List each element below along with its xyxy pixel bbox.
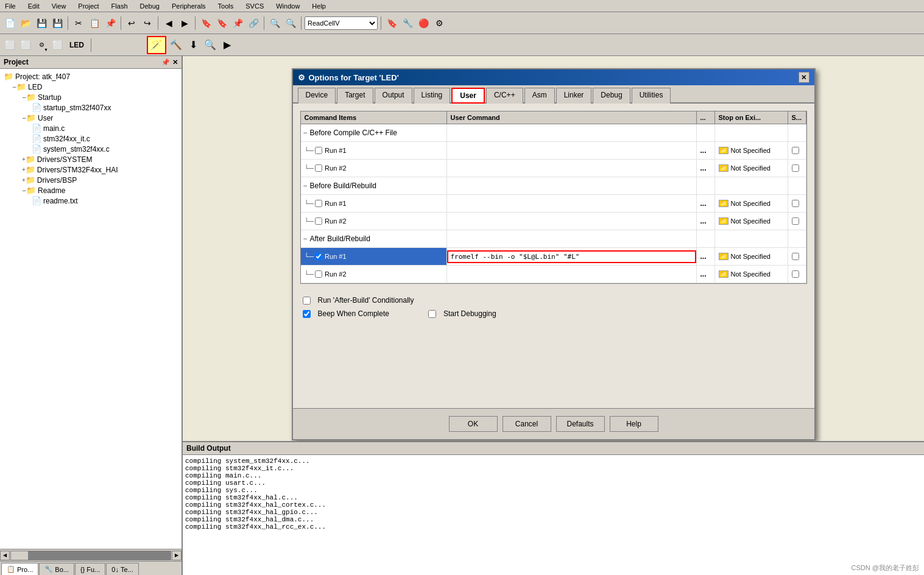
ab-expand-icon[interactable]: − bbox=[303, 235, 308, 243]
tree-led[interactable]: − 📁 LED bbox=[2, 82, 179, 92]
tab-cpp[interactable]: C/C++ bbox=[486, 88, 523, 104]
tree-user[interactable]: − 📁 User bbox=[2, 113, 179, 123]
bc-expand-icon[interactable]: − bbox=[303, 129, 308, 137]
beep-cb[interactable] bbox=[303, 310, 311, 318]
ab-run1-stop-cb[interactable] bbox=[792, 253, 799, 260]
new-btn[interactable]: 📄 bbox=[2, 16, 17, 30]
ab-run1-checkbox[interactable] bbox=[315, 253, 322, 260]
menu-svcs[interactable]: SVCS bbox=[243, 2, 266, 10]
tab-templ[interactable]: 0↓ Te... bbox=[106, 563, 138, 575]
run-conditionally-cb[interactable] bbox=[303, 297, 311, 305]
start-debug-cb[interactable] bbox=[428, 310, 436, 318]
chip2-btn[interactable]: ⬜ bbox=[18, 38, 33, 52]
tab-project[interactable]: 📋 Pro... bbox=[1, 563, 38, 575]
bc-run2-cmd[interactable] bbox=[447, 160, 697, 177]
tree-startup-file[interactable]: 📄 startup_stm32f407xx bbox=[2, 102, 179, 113]
menu-peripherals[interactable]: Peripherals bbox=[169, 2, 208, 10]
close-panel-icon[interactable]: ✕ bbox=[172, 58, 178, 66]
tree-drv-hal[interactable]: + 📁 Drivers/STM32F4xx_HAI bbox=[2, 164, 179, 175]
ab-run1-cmd-cell[interactable] bbox=[447, 248, 697, 265]
tree-stm32-it[interactable]: 📄 stm32f4xx_it.c bbox=[2, 133, 179, 144]
menu-view[interactable]: View bbox=[49, 2, 69, 10]
build-multi-btn[interactable]: 🔧 bbox=[400, 16, 415, 30]
chip3-btn[interactable]: ⚙ ▼ bbox=[34, 38, 49, 52]
scroll-track[interactable] bbox=[10, 551, 171, 560]
ab-run1-cmd-input[interactable] bbox=[447, 250, 696, 263]
run2-btn[interactable]: ▶ bbox=[220, 38, 235, 52]
tree-readme-txt[interactable]: 📄 readme.txt bbox=[2, 196, 179, 206]
tab-target[interactable]: Target bbox=[337, 88, 373, 104]
redo-btn[interactable]: ↪ bbox=[140, 16, 155, 30]
menu-debug[interactable]: Debug bbox=[138, 2, 162, 10]
bookmark-btn[interactable]: 🔖 bbox=[199, 16, 213, 30]
save-btn[interactable]: 💾 bbox=[34, 16, 49, 30]
tab-device[interactable]: Device bbox=[298, 88, 336, 104]
bookmark3-btn[interactable]: 📌 bbox=[230, 16, 245, 30]
scroll-left-btn[interactable]: ◀ bbox=[0, 551, 10, 560]
scroll-thumb[interactable] bbox=[10, 551, 29, 560]
tab-debug[interactable]: Debug bbox=[593, 88, 630, 104]
ab-run2-cmd[interactable] bbox=[447, 266, 697, 283]
help-button[interactable]: Help bbox=[610, 416, 658, 432]
bc-run2-checkbox[interactable] bbox=[315, 164, 322, 172]
settings-btn[interactable]: ⚙ bbox=[432, 16, 446, 30]
tree-drv-bsp[interactable]: + 📁 Drivers/BSP bbox=[2, 175, 179, 185]
search-btn[interactable]: 🔍 bbox=[267, 16, 282, 30]
ab-run2-stop-cb[interactable] bbox=[792, 270, 799, 278]
back-btn[interactable]: ◀ bbox=[161, 16, 176, 30]
menu-file[interactable]: File bbox=[2, 2, 18, 10]
bc-run1-cmd[interactable] bbox=[447, 142, 697, 159]
save-all-btn[interactable]: 💾 bbox=[50, 16, 65, 30]
copy-btn[interactable]: 📋 bbox=[87, 16, 102, 30]
tab-books[interactable]: 🔧 Bo... bbox=[39, 563, 74, 575]
tab-asm[interactable]: Asm bbox=[524, 88, 555, 104]
chip-btn[interactable]: ⬜ bbox=[2, 38, 17, 52]
bb-run1-stop-cb[interactable] bbox=[792, 200, 799, 207]
ab-run1-ellipsis[interactable]: ... bbox=[697, 248, 715, 265]
target-select[interactable]: ReadCellV bbox=[305, 16, 378, 30]
dialog-close-btn[interactable]: ✕ bbox=[799, 72, 809, 83]
bc-run2-stop-cb[interactable] bbox=[792, 164, 799, 172]
cancel-button[interactable]: Cancel bbox=[503, 416, 551, 432]
bb-run1-checkbox[interactable] bbox=[315, 200, 322, 207]
tab-output[interactable]: Output bbox=[375, 88, 412, 104]
menu-tools[interactable]: Tools bbox=[216, 2, 236, 10]
bb-run2-cmd[interactable] bbox=[447, 213, 697, 230]
target-options-btn[interactable]: 🔖 bbox=[384, 16, 399, 30]
bookmark4-btn[interactable]: 🔗 bbox=[246, 16, 261, 30]
bb-run2-ellipsis[interactable]: ... bbox=[697, 213, 715, 230]
tab-listing[interactable]: Listing bbox=[414, 88, 451, 104]
bb-run2-checkbox[interactable] bbox=[315, 217, 322, 225]
ab-run2-ellipsis[interactable]: ... bbox=[697, 266, 715, 283]
bc-run2-ellipsis[interactable]: ... bbox=[697, 160, 715, 177]
bc-run1-stop-cb[interactable] bbox=[792, 147, 799, 154]
tree-system[interactable]: 📄 system_stm32f4xx.c bbox=[2, 144, 179, 154]
pin-icon[interactable]: 📌 bbox=[161, 58, 170, 66]
bc-run1-ellipsis[interactable]: ... bbox=[697, 142, 715, 159]
bb-run2-stop-cb[interactable] bbox=[792, 217, 799, 225]
tab-utilities[interactable]: Utilities bbox=[632, 88, 671, 104]
tab-linker[interactable]: Linker bbox=[556, 88, 592, 104]
tree-drv-sys[interactable]: + 📁 Drivers/SYSTEM bbox=[2, 154, 179, 164]
open-btn[interactable]: 📂 bbox=[18, 16, 33, 30]
defaults-button[interactable]: Defaults bbox=[556, 416, 605, 432]
forward-btn[interactable]: ▶ bbox=[177, 16, 192, 30]
tree-readme[interactable]: − 📁 Readme bbox=[2, 185, 179, 196]
menu-window[interactable]: Window bbox=[273, 2, 302, 10]
bb-run1-ellipsis[interactable]: ... bbox=[697, 195, 715, 212]
paste-btn[interactable]: 📌 bbox=[103, 16, 118, 30]
ab-run2-checkbox[interactable] bbox=[315, 270, 322, 278]
tree-main-c[interactable]: 📄 main.c bbox=[2, 123, 179, 133]
search2-btn[interactable]: 🔍 bbox=[283, 16, 298, 30]
menu-edit[interactable]: Edit bbox=[26, 2, 42, 10]
menu-project[interactable]: Project bbox=[76, 2, 101, 10]
bc-run1-checkbox[interactable] bbox=[315, 147, 322, 154]
build-btn[interactable]: 🔨 bbox=[169, 38, 183, 52]
menu-help[interactable]: Help bbox=[309, 2, 328, 10]
magic-wand-btn[interactable]: 🪄 bbox=[147, 36, 166, 54]
tab-func[interactable]: {} Fu... bbox=[75, 563, 105, 575]
tab-user[interactable]: User bbox=[451, 88, 485, 104]
bb-expand-icon[interactable]: − bbox=[303, 182, 308, 190]
horiz-scrollbar[interactable]: ◀ ▶ bbox=[0, 549, 182, 561]
tree-startup[interactable]: − 📁 Startup bbox=[2, 92, 179, 102]
